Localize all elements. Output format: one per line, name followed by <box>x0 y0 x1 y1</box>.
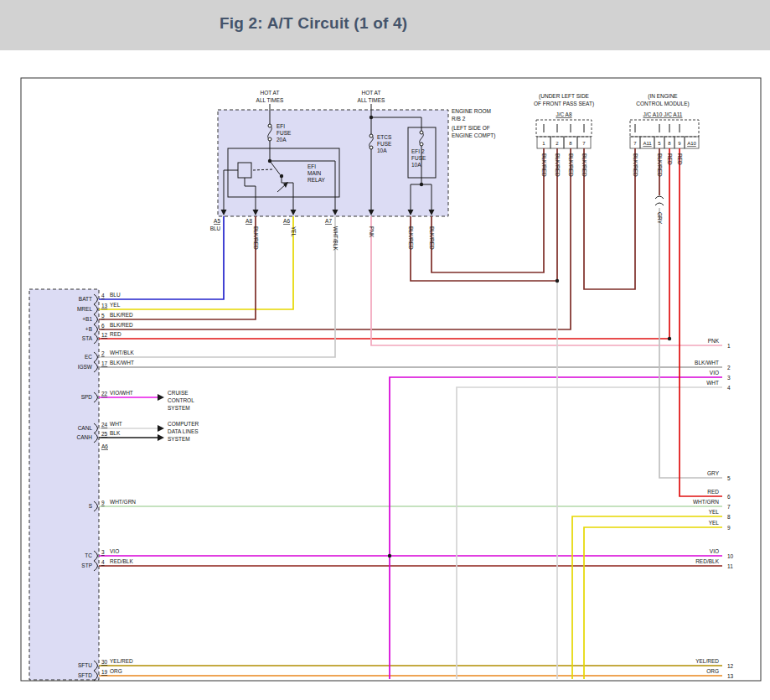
wire-color-label: ORG <box>110 668 122 674</box>
ecm-pin-number[interactable]: 4 <box>101 293 105 298</box>
ecm-pin-number[interactable]: 9 <box>101 500 105 506</box>
ecm-jc-pin-A11[interactable]: A11 <box>643 141 652 146</box>
engine-room-caption: ENGINE COMPT) <box>452 132 495 139</box>
right-wire-label: YEL/RED <box>695 658 719 664</box>
right-wire-number: 2 <box>727 365 731 371</box>
right-wire-number: 10 <box>727 553 734 559</box>
ecm-pin-number[interactable]: 22 <box>101 391 108 397</box>
efi-main-relay-label: MAIN <box>307 170 322 176</box>
wire-color-label: YEL/RED <box>110 658 133 664</box>
efi-main-relay-label: RELAY <box>307 177 325 183</box>
right-wire-label: VIO <box>710 370 719 376</box>
wire-color-label: GRY <box>657 212 663 225</box>
cruise-control-system: SYSTEM <box>168 405 190 411</box>
wire-color-label: BLK/RED <box>657 153 663 177</box>
ecm-pin-name-b1: +B1 <box>82 316 92 322</box>
efi-fuse-label: FUSE <box>276 130 292 136</box>
cruise-control-system: CRUISE <box>168 390 189 396</box>
junction-dot <box>280 174 283 178</box>
wire-color-label: BLU <box>210 226 221 231</box>
pin-id-a5[interactable]: A5 <box>214 218 220 224</box>
ecm-jc-pin-A10[interactable]: A10 <box>687 141 696 146</box>
ecm-pin-name-igsw: IGSW <box>78 364 93 370</box>
wire-color-label: BLK/RED <box>581 153 587 177</box>
ecm-pin-number[interactable]: 13 <box>101 303 108 309</box>
ecm-left-box <box>29 289 99 680</box>
efi2-fuse-symbol <box>420 131 423 134</box>
ecm-pin-name-spd: SPD <box>81 394 93 400</box>
wire-color-label: BLK/RED <box>110 322 133 328</box>
right-wire-number: 13 <box>727 673 734 679</box>
wire-color-label: BLK/RED <box>568 153 574 177</box>
ecm-connector-id[interactable]: A6 <box>101 443 108 449</box>
ecm-pin-number[interactable]: 30 <box>101 659 108 665</box>
ecm-pin-number[interactable]: 6 <box>101 323 105 329</box>
efi-main-relay-label: EFI <box>307 163 316 169</box>
wire-color-label: BLK/RED <box>253 226 259 250</box>
jc-a8-caption: OF FRONT PASS SEAT) <box>534 101 594 107</box>
ecm-pin-name-batt: BATT <box>79 296 92 302</box>
ecm-pin-name-canh: CANH <box>77 434 93 440</box>
ecm-pin-number[interactable]: 2 <box>101 350 105 356</box>
ecm-pin-number[interactable]: 24 <box>101 422 108 428</box>
right-wire-label: WHT/GRN <box>693 499 719 505</box>
ecm-pin-number[interactable]: 17 <box>101 360 108 366</box>
right-wire-number: 11 <box>727 563 733 569</box>
ecm-pin-number[interactable]: 25 <box>101 431 108 437</box>
ecm-pin-number[interactable]: 5 <box>101 313 105 319</box>
right-wire-label: GRY <box>707 470 720 476</box>
right-wire-label: PNK <box>708 338 720 344</box>
wire-color-label: RED/BLK <box>110 558 133 564</box>
hot-at-all-times-1: HOT AT <box>261 90 280 96</box>
right-wire-number: 9 <box>727 525 731 531</box>
ecm-jc-caption: (IN ENGINE <box>648 93 678 100</box>
wire-color-label: BLK/RED <box>541 153 547 177</box>
etcs-fuse-label: FUSE <box>377 141 392 147</box>
right-wire-number: 5 <box>727 475 731 481</box>
ecm-pin-number[interactable]: 12 <box>101 332 108 338</box>
wire-color-label: BLU <box>110 292 121 298</box>
junction-dot <box>420 183 423 186</box>
ecm-jc-title[interactable]: J/C A10 J/C A11 <box>643 111 683 117</box>
wire-color-label: BLK/RED <box>555 153 561 177</box>
engine-room-caption: (LEFT SIDE OF <box>452 125 490 132</box>
wire-color-label: BLK/WHT <box>110 360 134 366</box>
pin-id-a7[interactable]: A7 <box>325 218 332 224</box>
jc-a8-caption: (UNDER LEFT SIDE <box>539 93 589 100</box>
right-wire-number: 7 <box>727 504 731 510</box>
wire-color-label: BLK/RED <box>110 312 133 318</box>
efi-fuse-label: 20A <box>276 137 287 143</box>
junction-dot <box>369 116 373 119</box>
ecm-pin-number[interactable]: 3 <box>101 549 105 555</box>
computer-data-lines-system: SYSTEM <box>168 436 190 442</box>
right-wire-label: YEL <box>709 509 720 515</box>
ecm-pin-name-stp: STP <box>81 563 92 568</box>
right-wire-number: 8 <box>727 514 731 520</box>
cruise-control-system: CONTROL <box>168 397 194 403</box>
ecm-pin-name-s: S <box>89 503 93 509</box>
jc-a8-title[interactable]: J/C A8 <box>556 111 572 117</box>
pin-id-a6[interactable]: A6 <box>283 218 290 224</box>
right-wire-label: RED <box>707 489 719 495</box>
right-wire-label: RED/BLK <box>695 558 719 564</box>
hot-at-all-times-2: HOT AT <box>362 90 381 96</box>
wire-color-label: PNK <box>369 226 375 238</box>
right-wire-label: ORG <box>706 668 719 674</box>
efi2-fuse-label: 10A <box>411 162 421 168</box>
ecm-pin-name-canl: CANL <box>78 425 93 431</box>
right-wire-number: 12 <box>727 663 734 669</box>
ecm-pin-name-sta: STA <box>82 335 93 341</box>
ecm-pin-number[interactable]: 4 <box>101 559 105 565</box>
junction-dot <box>556 279 559 283</box>
ecm-pin-number[interactable]: 19 <box>101 669 108 675</box>
wire-color-label: BLK/RED <box>633 153 638 177</box>
right-wire-label: VIO <box>710 548 719 554</box>
pin-id-a8[interactable]: A8 <box>245 218 252 224</box>
right-wire-label: BLK/WHT <box>695 360 719 366</box>
wire-color-label: VIO/WHT <box>110 390 133 396</box>
wire-color-label: RED <box>677 153 683 165</box>
efi-fuse-symbol <box>268 137 271 141</box>
hot-at-all-times-2: ALL TIMES <box>358 97 386 103</box>
ecm-pin-name-mrel: MREL <box>77 306 92 312</box>
right-wire-label: WHT <box>706 380 719 386</box>
